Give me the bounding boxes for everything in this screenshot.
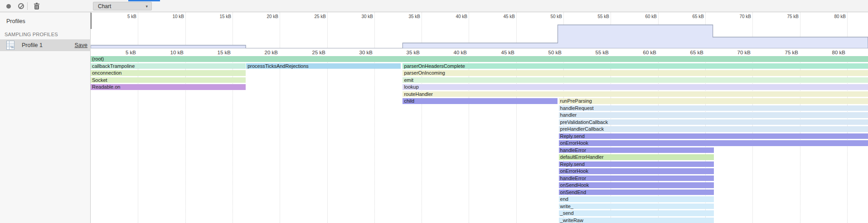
flame-ruler-tick: 25 kB: [289, 50, 325, 55]
flame-frame-_writeRaw[interactable]: _writeRaw: [559, 218, 714, 223]
flame-frame-lookup[interactable]: lookup: [402, 84, 868, 90]
flame-frame-child[interactable]: child: [402, 98, 558, 104]
flame-frame-Socket[interactable]: Socket: [91, 77, 246, 83]
flame-frame-end[interactable]: end: [559, 196, 714, 202]
flame-gridline: [280, 56, 280, 223]
flame-ruler-tick: 70 kB: [714, 50, 751, 55]
flame-frame-callbackTrampoline[interactable]: callbackTrampoline: [91, 63, 246, 69]
flame-frame-routeHandler[interactable]: routeHandler: [402, 91, 868, 97]
devtools-memory-panel: Chart ▾ Profiles SAMPLING PROFILES % Pro…: [0, 0, 868, 223]
flame-frame-processTicksAndRejections[interactable]: processTicksAndRejections: [246, 63, 401, 69]
flame-ruler-tick: 60 kB: [620, 50, 656, 55]
flame-frame-emit[interactable]: emit: [402, 77, 868, 83]
sampling-profiles-heading: SAMPLING PROFILES: [5, 32, 58, 37]
trash-icon: [34, 3, 39, 9]
flame-gridline: [374, 56, 375, 223]
flame-frame-Reply.send[interactable]: Reply.send: [559, 161, 714, 167]
flame-ruler-tick: 30 kB: [336, 50, 373, 55]
allocation-overview-pane[interactable]: 5 kB10 kB15 kB20 kB25 kB30 kB35 kB40 kB4…: [91, 12, 868, 48]
flame-ruler-tick: 15 kB: [194, 50, 231, 55]
profile-icon: %: [6, 41, 15, 50]
flame-ruler-tick: 50 kB: [525, 50, 562, 55]
flame-frame-handler[interactable]: handler: [559, 112, 868, 118]
flame-frame-onErrorHook[interactable]: onErrorHook: [559, 168, 714, 174]
flame-frame-runPreParsing[interactable]: runPreParsing: [559, 98, 868, 104]
save-profile-link[interactable]: Save: [75, 42, 88, 48]
flame-frame-onErrorHook[interactable]: onErrorHook: [559, 140, 868, 146]
record-icon: [6, 4, 11, 9]
block-icon: [18, 3, 24, 9]
flame-frame-preHandlerCallback[interactable]: preHandlerCallback: [559, 126, 868, 132]
flame-frame-handleError[interactable]: handleError: [559, 176, 714, 181]
overview-area-chart[interactable]: [91, 12, 868, 48]
flame-ruler-tick: 35 kB: [383, 50, 420, 55]
flame-ruler-tick: 10 kB: [147, 50, 184, 55]
flame-frame-defaultErrorHandler[interactable]: defaultErrorHandler: [559, 154, 714, 160]
flame-ruler-tick: 55 kB: [572, 50, 609, 55]
flame-gridline: [327, 56, 328, 223]
flame-ruler-tick: 75 kB: [762, 50, 798, 55]
flame-frame-parserOnIncoming[interactable]: parserOnIncoming: [402, 70, 868, 76]
flame-ruler-tick: 65 kB: [667, 50, 703, 55]
flame-chart-pane: 5 kB10 kB15 kB20 kB25 kB30 kB35 kB40 kB4…: [91, 48, 868, 223]
flame-frame-Readable.on[interactable]: Readable.on: [91, 84, 246, 90]
active-tab-underline: [128, 0, 160, 1]
sidebar-item-profile-1[interactable]: % Profile 1 Save: [0, 39, 91, 51]
delete-profile-button[interactable]: [32, 0, 41, 12]
toolbar-separator: [27, 2, 28, 10]
sidebar-title: Profiles: [6, 18, 25, 24]
clear-profiles-button[interactable]: [16, 0, 25, 12]
record-button[interactable]: [4, 0, 13, 12]
chart-view-select-value: Chart: [98, 3, 111, 9]
flame-frame-onSendEnd[interactable]: onSendEnd: [559, 190, 714, 195]
flame-frame-_send[interactable]: _send: [559, 210, 714, 216]
profile-name: Profile 1: [22, 42, 43, 48]
flame-ruler-tick: 80 kB: [809, 50, 845, 55]
flame-ruler-tick: 45 kB: [478, 50, 514, 55]
flame-frame-write_[interactable]: write_: [559, 204, 714, 209]
chevron-down-icon: ▾: [145, 4, 148, 9]
flame-frame-root[interactable]: (root): [91, 56, 868, 62]
flame-frame-handleError[interactable]: handleError: [559, 147, 714, 153]
flame-frame-handleRequest[interactable]: handleRequest: [559, 105, 868, 111]
profiles-sidebar: Profiles SAMPLING PROFILES % Profile 1 S…: [0, 12, 91, 223]
flame-ruler-tick: 20 kB: [242, 50, 278, 55]
flame-frame-preValidationCallback[interactable]: preValidationCallback: [559, 119, 868, 125]
chart-view-select[interactable]: Chart ▾: [93, 2, 152, 10]
flame-ruler-tick: 40 kB: [431, 50, 467, 55]
flame-frame-parserOnHeadersComplete[interactable]: parserOnHeadersComplete: [402, 63, 868, 69]
flame-frame-Reply.send[interactable]: Reply.send: [559, 133, 868, 139]
flame-frame-onSendHook[interactable]: onSendHook: [559, 182, 714, 188]
flame-frame-onconnection[interactable]: onconnection: [91, 70, 246, 76]
flame-ruler-tick: 5 kB: [100, 50, 136, 55]
profiler-toolbar: Chart ▾: [0, 0, 868, 12]
